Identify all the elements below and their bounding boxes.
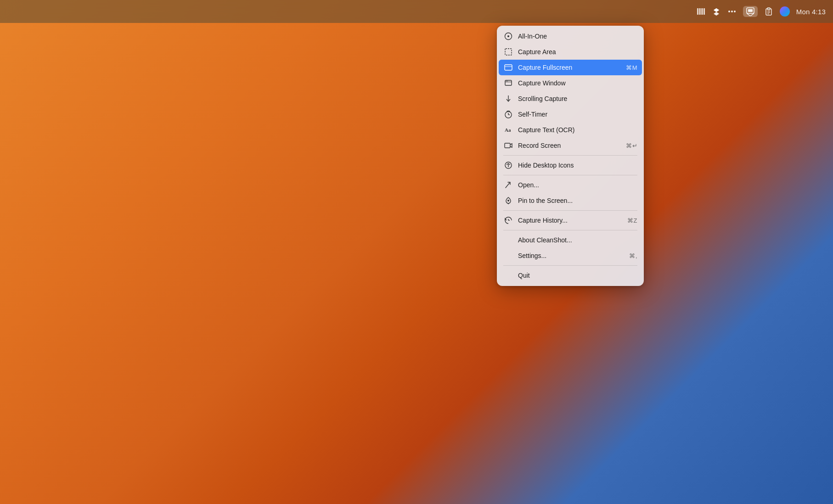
- record-screen-label: Record Screen: [518, 142, 621, 149]
- siri-icon[interactable]: [780, 6, 790, 17]
- svg-point-28: [507, 81, 507, 81]
- menu-item-hide-desktop[interactable]: Hide Desktop Icons: [497, 157, 644, 173]
- svg-rect-1: [698, 8, 699, 15]
- svg-point-10: [728, 11, 730, 12]
- capture-area-label: Capture Area: [518, 48, 637, 56]
- svg-rect-3: [701, 8, 701, 15]
- svg-rect-34: [505, 143, 510, 148]
- capture-history-label: Capture History...: [518, 217, 623, 224]
- record-screen-icon: [503, 141, 513, 150]
- settings-shortcut: ⌘,: [629, 252, 637, 259]
- dropbox-icon[interactable]: [712, 7, 721, 16]
- separator-1: [503, 155, 637, 156]
- svg-rect-23: [505, 65, 512, 70]
- menu-item-record-screen[interactable]: Record Screen ⌘↵: [497, 138, 644, 153]
- svg-marker-8: [714, 8, 719, 12]
- menu-item-capture-window[interactable]: Capture Window: [497, 75, 644, 91]
- menu-item-capture-text[interactable]: Aa Capture Text (OCR): [497, 122, 644, 138]
- menubar-icons: Mon 4:13: [696, 6, 826, 17]
- svg-rect-2: [699, 8, 700, 15]
- svg-rect-0: [697, 8, 698, 15]
- svg-rect-14: [748, 9, 753, 12]
- open-label: Open...: [518, 181, 637, 189]
- scrolling-capture-label: Scrolling Capture: [518, 95, 637, 102]
- open-icon: [503, 181, 513, 189]
- capture-text-label: Capture Text (OCR): [518, 126, 637, 134]
- self-timer-label: Self-Timer: [518, 111, 637, 118]
- menubar-time: Mon 4:13: [796, 8, 826, 16]
- svg-text:Aa: Aa: [505, 127, 511, 133]
- pin-screen-icon: [503, 196, 513, 205]
- capture-area-icon: [503, 48, 513, 56]
- cleanshot-icon[interactable]: [743, 6, 758, 17]
- svg-rect-22: [505, 49, 512, 55]
- svg-point-38: [507, 200, 509, 202]
- svg-rect-6: [704, 8, 705, 15]
- svg-point-12: [734, 11, 736, 12]
- menu-item-scrolling-capture[interactable]: Scrolling Capture: [497, 91, 644, 106]
- cleanshot-dropdown-menu: All-In-One Capture Area Capture Fullscre…: [497, 26, 644, 286]
- menu-item-quit[interactable]: Quit: [497, 268, 644, 283]
- svg-point-27: [506, 81, 507, 81]
- menu-item-pin-screen[interactable]: Pin to the Screen...: [497, 193, 644, 208]
- about-label: About CleanShot...: [518, 236, 637, 244]
- capture-text-icon: Aa: [503, 126, 513, 134]
- svg-marker-9: [714, 12, 719, 16]
- settings-label: Settings...: [518, 252, 625, 259]
- menu-item-self-timer[interactable]: Self-Timer: [497, 106, 644, 122]
- svg-rect-5: [703, 8, 704, 15]
- more-dots-icon[interactable]: [727, 7, 737, 16]
- capture-history-shortcut: ⌘Z: [627, 217, 637, 224]
- svg-rect-16: [767, 8, 770, 10]
- hide-desktop-icon: [503, 161, 513, 169]
- capture-history-icon: [503, 216, 513, 224]
- desktop-background: [0, 0, 833, 504]
- svg-rect-4: [702, 8, 703, 15]
- svg-point-11: [731, 11, 733, 12]
- hide-desktop-label: Hide Desktop Icons: [518, 162, 637, 169]
- separator-3: [503, 210, 637, 211]
- quit-label: Quit: [518, 272, 637, 279]
- barcode-icon[interactable]: [696, 7, 705, 16]
- record-screen-shortcut: ⌘↵: [626, 142, 637, 149]
- all-in-one-label: All-In-One: [518, 33, 637, 40]
- menu-item-about[interactable]: About CleanShot...: [497, 232, 644, 248]
- separator-2: [503, 175, 637, 175]
- menu-item-capture-area[interactable]: Capture Area: [497, 44, 644, 60]
- capture-fullscreen-shortcut: ⌘M: [626, 64, 637, 71]
- menu-item-open[interactable]: Open...: [497, 177, 644, 193]
- menu-item-capture-fullscreen[interactable]: Capture Fullscreen ⌘M: [499, 60, 642, 75]
- capture-window-icon: [503, 79, 513, 87]
- separator-5: [503, 265, 637, 266]
- capture-fullscreen-icon: [503, 63, 513, 72]
- menu-item-all-in-one[interactable]: All-In-One: [497, 28, 644, 44]
- clipboard-icon[interactable]: [764, 7, 773, 16]
- self-timer-icon: [503, 110, 513, 118]
- capture-window-label: Capture Window: [518, 79, 637, 87]
- svg-point-21: [507, 35, 509, 37]
- pin-screen-label: Pin to the Screen...: [518, 197, 637, 204]
- separator-4: [503, 230, 637, 230]
- capture-fullscreen-label: Capture Fullscreen: [518, 64, 621, 71]
- menubar: Mon 4:13: [0, 0, 833, 23]
- scrolling-capture-icon: [503, 95, 513, 103]
- all-in-one-icon: [503, 32, 513, 40]
- menu-item-settings[interactable]: Settings... ⌘,: [497, 248, 644, 263]
- menu-item-capture-history[interactable]: Capture History... ⌘Z: [497, 213, 644, 228]
